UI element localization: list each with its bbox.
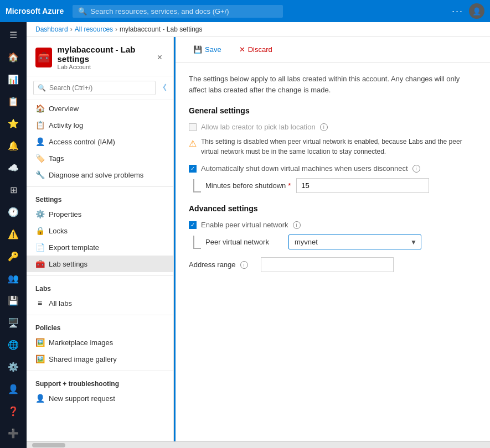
sidebar-icon-grid[interactable]: ⊞: [1, 179, 25, 200]
auto-shutdown-info-icon[interactable]: i: [412, 165, 420, 173]
auto-shutdown-row: ✓ Automatically shut down virtual machin…: [189, 164, 477, 173]
sidebar-icon-key[interactable]: 🔑: [1, 246, 25, 267]
nav-item-new-support[interactable]: 👤 New support request: [27, 390, 173, 407]
overview-icon: 🏠: [35, 104, 44, 113]
warning-text: This setting is disabled when peer virtu…: [201, 137, 477, 157]
warning-box: ⚠ This setting is disabled when peer vir…: [189, 137, 477, 157]
tags-icon: 🏷️: [35, 154, 44, 163]
lab-settings-icon: 🧰: [35, 259, 44, 268]
nav-item-overview[interactable]: 🏠 Overview: [27, 100, 173, 117]
diagnose-icon: 🔧: [35, 170, 44, 179]
nav-item-shared-image-gallery[interactable]: 🖼️ Shared image gallery: [27, 351, 173, 367]
enable-peer-network-checkbox[interactable]: ✓: [189, 221, 197, 229]
horizontal-scrollbar[interactable]: [27, 441, 490, 448]
activity-log-icon: 📋: [35, 121, 44, 129]
search-input[interactable]: [90, 7, 277, 15]
sidebar-icon-network[interactable]: 🌐: [1, 334, 25, 355]
nav-item-access-control[interactable]: 👤 Access control (IAM): [27, 133, 173, 150]
more-options-icon[interactable]: ···: [452, 6, 463, 17]
discard-icon: ✕: [239, 45, 245, 54]
nav-item-overview-label: Overview: [49, 105, 79, 113]
nav-item-all-labs[interactable]: ≡ All labs: [27, 295, 173, 311]
nav-item-marketplace-images-label: Marketplace images: [49, 338, 113, 347]
discard-label: Discard: [248, 45, 272, 54]
scrollbar-thumb[interactable]: [32, 443, 65, 447]
resource-title: mylabaccount - Lab settings: [58, 45, 149, 64]
nav-item-activity-log[interactable]: 📋 Activity log: [27, 117, 173, 133]
sidebar-icon-favorites[interactable]: ⭐: [1, 113, 25, 134]
peer-indent-line: [193, 236, 201, 249]
sidebar-icon-monitor[interactable]: 🖥️: [1, 312, 25, 333]
sidebar-icon-settings[interactable]: ⚙️: [1, 356, 25, 377]
panel-layout: 🧰 mylabaccount - Lab settings Lab Accoun…: [27, 37, 490, 441]
nav-item-locks-label: Locks: [49, 227, 68, 235]
nav-collapse-button[interactable]: 《: [159, 83, 167, 93]
sidebar-icon-help[interactable]: ❓: [1, 400, 25, 421]
nav-divider-4: [27, 371, 173, 371]
close-button[interactable]: ×: [155, 50, 164, 65]
nav-item-export-template-label: Export template: [49, 243, 99, 252]
nav-item-tags-label: Tags: [49, 154, 64, 163]
content-area: Dashboard › All resources › mylabaccount…: [27, 22, 490, 448]
nav-search-input[interactable]: [33, 81, 156, 95]
sidebar-icon-add[interactable]: ➕: [1, 423, 25, 444]
brand-name: Microsoft Azure: [6, 7, 64, 15]
sidebar-icon-list[interactable]: 📋: [1, 91, 25, 112]
avatar[interactable]: 👤: [469, 3, 484, 19]
sidebar-icon-users[interactable]: 👥: [1, 268, 25, 289]
toolbar: 💾 Save ✕ Discard: [176, 37, 490, 62]
save-icon: 💾: [193, 45, 202, 54]
address-range-info-icon[interactable]: i: [240, 261, 248, 269]
sidebar-icon-time[interactable]: 🕐: [1, 201, 25, 222]
nav-item-shared-image-gallery-label: Shared image gallery: [49, 355, 117, 363]
minutes-input[interactable]: [296, 178, 429, 193]
resource-header: 🧰 mylabaccount - Lab settings Lab Accoun…: [27, 37, 173, 76]
export-template-icon: 📄: [35, 243, 44, 252]
nav-item-diagnose[interactable]: 🔧 Diagnose and solve problems: [27, 166, 173, 183]
discard-button[interactable]: ✕ Discard: [233, 43, 279, 56]
enable-peer-network-info-icon[interactable]: i: [293, 221, 301, 229]
locks-icon: 🔒: [35, 226, 44, 235]
sidebar-icon-notifications[interactable]: 🔔: [1, 135, 25, 156]
nav-item-properties[interactable]: ⚙️ Properties: [27, 206, 173, 222]
resource-icon: 🧰: [35, 48, 52, 67]
nav-item-export-template[interactable]: 📄 Export template: [27, 239, 173, 256]
sidebar-icon-user[interactable]: 👤: [1, 378, 25, 399]
info-text: The settings below apply to all labs cre…: [189, 74, 477, 95]
nav-search-container: 🔍 《: [27, 76, 173, 100]
auto-shutdown-checkbox[interactable]: ✓: [189, 165, 197, 173]
shared-image-gallery-icon: 🖼️: [35, 355, 44, 363]
content-body: The settings below apply to all labs cre…: [176, 62, 490, 283]
all-labs-icon: ≡: [35, 299, 44, 308]
breadcrumb-all-resources[interactable]: All resources: [75, 25, 113, 33]
settings-section-label: Settings: [27, 190, 173, 206]
icon-sidebar: ☰ 🏠 📊 📋 ⭐ 🔔 ☁️ ⊞ 🕐 ⚠️ 🔑 👥 💾 🖥️ 🌐 ⚙️ 👤 ❓ …: [0, 22, 27, 448]
sidebar-icon-alert[interactable]: ⚠️: [1, 223, 25, 244]
main-content: 💾 Save ✕ Discard The settings below appl…: [174, 37, 490, 441]
nav-item-locks[interactable]: 🔒 Locks: [27, 222, 173, 239]
allow-lab-creator-checkbox[interactable]: [189, 123, 197, 131]
nav-item-access-control-label: Access control (IAM): [49, 138, 115, 146]
search-bar[interactable]: 🔍: [73, 5, 283, 18]
nav-item-activity-log-label: Activity log: [49, 121, 83, 129]
breadcrumb-dashboard[interactable]: Dashboard: [35, 25, 68, 33]
address-range-input[interactable]: [261, 257, 394, 272]
sidebar-icon-cloud[interactable]: ☁️: [1, 157, 25, 178]
sidebar-icon-home[interactable]: 🏠: [1, 46, 25, 67]
address-range-row: Address range i: [189, 257, 477, 272]
indent-line: [193, 179, 201, 192]
nav-item-lab-settings[interactable]: 🧰 Lab settings: [27, 256, 173, 272]
nav-item-tags[interactable]: 🏷️ Tags: [27, 150, 173, 166]
resource-info: mylabaccount - Lab settings Lab Account: [58, 45, 149, 70]
sidebar-icon-storage[interactable]: 💾: [1, 290, 25, 311]
sidebar-icon-dashboard[interactable]: 📊: [1, 69, 25, 90]
allow-lab-creator-info-icon[interactable]: i: [320, 123, 328, 131]
sidebar-icon-menu[interactable]: ☰: [1, 24, 25, 45]
nav-item-properties-label: Properties: [49, 210, 81, 218]
top-navigation: Microsoft Azure 🔍 ··· 👤: [0, 0, 490, 22]
peer-network-dropdown[interactable]: myvnet: [288, 235, 421, 249]
save-button[interactable]: 💾 Save: [187, 43, 228, 56]
breadcrumb: Dashboard › All resources › mylabaccount…: [27, 22, 490, 37]
minutes-required-star: *: [288, 181, 291, 190]
nav-item-marketplace-images[interactable]: 🖼️ Marketplace images: [27, 334, 173, 351]
